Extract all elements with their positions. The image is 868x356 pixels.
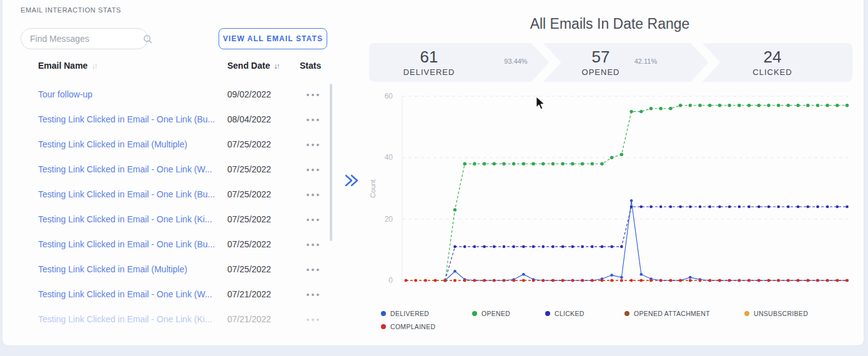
data-point[interactable] (640, 273, 643, 276)
data-point[interactable] (571, 279, 575, 282)
table-row[interactable]: Testing Link Clicked in Email (Multiple)… (2, 257, 330, 282)
data-point[interactable] (561, 279, 565, 282)
data-point[interactable] (620, 245, 623, 249)
data-point[interactable] (777, 104, 780, 107)
data-point[interactable] (493, 245, 496, 249)
data-point[interactable] (659, 279, 663, 282)
data-point[interactable] (405, 279, 408, 282)
sort-icon[interactable]: ↓↑ (91, 62, 96, 71)
data-point[interactable] (718, 279, 721, 282)
data-point[interactable] (532, 245, 535, 249)
data-point[interactable] (630, 279, 633, 282)
data-point[interactable] (610, 274, 613, 277)
data-point[interactable] (532, 279, 535, 282)
data-point[interactable] (836, 279, 839, 282)
data-point[interactable] (551, 279, 555, 282)
data-point[interactable] (620, 279, 623, 282)
email-name-link[interactable]: Testing Link Clicked in Email - One Link… (38, 164, 212, 174)
data-point[interactable] (640, 205, 643, 209)
column-header-send-date[interactable]: Send Date↓↑ (227, 61, 279, 71)
data-point[interactable] (836, 104, 839, 107)
row-stats-menu-ellipsis-icon[interactable] (305, 142, 320, 148)
data-point[interactable] (826, 104, 829, 107)
email-name-link[interactable]: Testing Link Clicked in Email - One Link… (38, 214, 212, 224)
data-point[interactable] (767, 104, 770, 107)
data-point[interactable] (747, 279, 751, 282)
data-point[interactable] (737, 104, 741, 107)
legend-item-complained[interactable]: COMPLAINED (381, 323, 435, 330)
table-row[interactable]: Testing Link Clicked in Email - One Link… (2, 107, 330, 132)
data-point[interactable] (806, 205, 809, 209)
data-point[interactable] (591, 279, 594, 282)
data-point[interactable] (512, 245, 515, 249)
row-stats-menu-ellipsis-icon[interactable] (305, 167, 320, 173)
data-point[interactable] (502, 162, 505, 166)
data-point[interactable] (846, 205, 849, 209)
data-point[interactable] (757, 279, 761, 282)
email-name-link[interactable]: Testing Link Clicked in Email (Multiple) (38, 139, 187, 149)
data-point[interactable] (620, 276, 623, 279)
data-point[interactable] (630, 199, 633, 202)
data-point[interactable] (826, 279, 829, 282)
legend-item-clicked[interactable]: CLICKED (545, 310, 584, 317)
data-point[interactable] (846, 104, 849, 107)
data-point[interactable] (797, 279, 800, 282)
data-point[interactable] (777, 279, 780, 282)
data-point[interactable] (561, 245, 565, 249)
data-point[interactable] (659, 205, 663, 209)
row-stats-menu-ellipsis-icon[interactable] (305, 217, 320, 223)
row-stats-menu-ellipsis-icon[interactable] (305, 242, 320, 248)
data-point[interactable] (444, 279, 447, 282)
data-point[interactable] (581, 245, 584, 249)
row-stats-menu-ellipsis-icon[interactable] (305, 292, 320, 298)
data-point[interactable] (826, 205, 829, 209)
data-point[interactable] (699, 279, 702, 282)
legend-item-unsubscribed[interactable]: UNSUBSCRIBED (744, 310, 808, 317)
data-point[interactable] (640, 279, 643, 282)
data-point[interactable] (846, 279, 849, 282)
data-point[interactable] (787, 104, 790, 107)
legend-item-opened-attachment[interactable]: OPENED ATTACHMENT (624, 310, 710, 317)
data-point[interactable] (571, 162, 574, 166)
table-row[interactable]: Testing Link Clicked in Email - One Link… (2, 157, 330, 182)
data-point[interactable] (503, 279, 506, 282)
email-name-link[interactable]: Testing Link Clicked in Email - One Link… (38, 239, 215, 249)
data-point[interactable] (689, 205, 692, 209)
data-point[interactable] (522, 245, 525, 249)
data-point[interactable] (728, 205, 731, 209)
table-row[interactable]: Tour follow-up09/02/2022 (2, 82, 330, 107)
email-name-link[interactable]: Testing Link Clicked in Email (Multiple) (38, 264, 187, 274)
data-point[interactable] (610, 156, 613, 159)
data-point[interactable] (767, 279, 771, 282)
row-stats-menu-ellipsis-icon[interactable] (305, 92, 320, 98)
email-name-link[interactable]: Tour follow-up (38, 89, 92, 99)
row-stats-menu-ellipsis-icon[interactable] (305, 192, 320, 198)
data-point[interactable] (571, 245, 575, 249)
data-point[interactable] (679, 205, 682, 209)
data-point[interactable] (689, 276, 692, 279)
data-point[interactable] (699, 205, 702, 209)
data-point[interactable] (669, 279, 673, 282)
data-point[interactable] (718, 104, 721, 107)
data-point[interactable] (463, 162, 466, 166)
data-point[interactable] (551, 245, 555, 249)
view-all-email-stats-button[interactable]: VIEW ALL EMAIL STATS (219, 28, 327, 49)
data-point[interactable] (434, 279, 437, 282)
data-point[interactable] (541, 162, 545, 166)
data-point[interactable] (512, 162, 515, 166)
search-box[interactable] (21, 28, 148, 49)
data-point[interactable] (629, 110, 633, 113)
data-point[interactable] (601, 245, 604, 249)
data-point[interactable] (757, 205, 761, 209)
search-input[interactable] (30, 34, 143, 44)
data-point[interactable] (414, 279, 417, 282)
data-point[interactable] (747, 104, 751, 107)
data-point[interactable] (787, 279, 790, 282)
data-point[interactable] (601, 279, 604, 282)
list-scrollbar[interactable] (330, 84, 332, 241)
data-point[interactable] (453, 270, 456, 273)
data-point[interactable] (757, 104, 761, 107)
email-name-link[interactable]: Testing Link Clicked in Email - One Link… (38, 314, 212, 324)
data-point[interactable] (816, 205, 819, 209)
data-point[interactable] (610, 279, 613, 282)
